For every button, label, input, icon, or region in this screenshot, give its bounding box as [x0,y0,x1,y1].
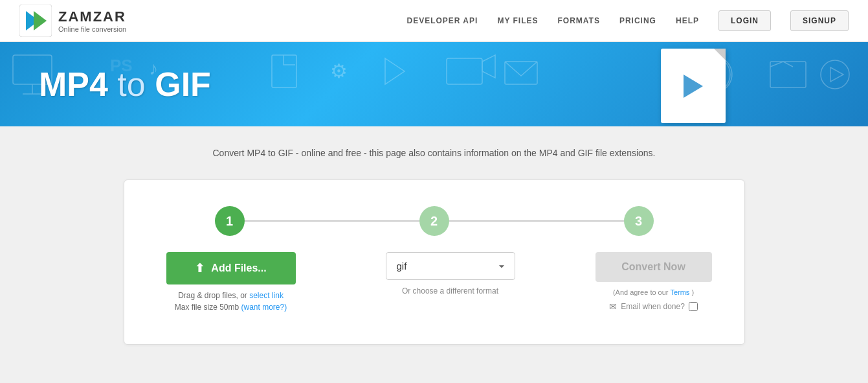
format-hint: Or choose a different format [402,286,498,296]
upload-icon: ⬆ [195,261,205,275]
nav-developer-api[interactable]: DEVELOPER API [406,16,478,25]
logo-text: ZAMZAR Online file conversion [58,8,126,33]
connector-2-3 [449,220,624,222]
step-1-circle: 1 [215,206,245,236]
page-description: Convert MP4 to GIF - online and free - t… [124,146,745,160]
svg-rect-12 [505,62,537,84]
max-size-text: Max file size 50mb (want more?) [175,303,287,312]
main-content: Convert MP4 to GIF - online and free - t… [111,126,758,364]
navbar: ZAMZAR Online file conversion DEVELOPER … [0,0,868,42]
email-row: ✉ Email when done? [609,301,698,312]
svg-rect-9 [447,58,482,84]
step-3-circle: 3 [624,206,654,236]
email-icon: ✉ [609,301,617,312]
brand-tagline: Online file conversion [58,25,126,33]
email-checkbox[interactable] [689,302,698,311]
converter-card: 1 2 3 ⬆ Add Files... Drag & drop files, … [124,180,745,345]
drag-drop-text: Drag & drop files, or select link [178,291,284,300]
banner: ♪ ⚙ PS MP4 to GIF [0,42,868,126]
select-link[interactable]: select link [249,291,284,300]
banner-to: to [108,65,155,103]
banner-title: MP4 to GIF [39,65,211,104]
actions-row: ⬆ Add Files... Drag & drop files, or sel… [150,252,718,312]
email-label: Email when done? [621,302,685,311]
add-files-label: Add Files... [211,262,266,274]
format-select[interactable]: gif mp4 avi mov wmv png jpg [386,252,515,280]
svg-rect-14 [770,62,806,87]
nav-links: DEVELOPER API MY FILES FORMATS PRICING H… [406,10,849,31]
svg-marker-8 [385,58,405,84]
nav-pricing[interactable]: PRICING [619,16,656,25]
step-2-col: gif mp4 avi mov wmv png jpg Or choose a … [312,252,589,296]
terms-link[interactable]: Terms [670,288,689,296]
step-1-col: ⬆ Add Files... Drag & drop files, or sel… [150,252,312,312]
nav-my-files[interactable]: MY FILES [497,16,538,25]
want-more-link[interactable]: (want more?) [241,303,287,312]
connector-1-2 [245,220,419,222]
login-button[interactable]: LOGIN [718,10,771,31]
svg-text:⚙: ⚙ [330,60,348,82]
file-play-icon [684,75,703,98]
step-2-circle: 2 [419,206,449,236]
logo-icon [19,5,52,37]
add-files-button[interactable]: ⬆ Add Files... [166,252,296,284]
step-3-col: Convert Now (And agree to our Terms ) ✉ … [589,252,718,312]
svg-marker-16 [830,67,843,82]
signup-button[interactable]: SIGNUP [790,10,849,31]
format-select-wrap: gif mp4 avi mov wmv png jpg Or choose a … [379,252,522,296]
nav-help[interactable]: HELP [676,16,699,25]
brand-name: ZAMZAR [58,8,126,25]
steps-row: 1 2 3 [150,206,718,236]
convert-now-button[interactable]: Convert Now [595,252,712,282]
banner-mp4: MP4 [39,65,108,103]
banner-file-icon [661,49,726,123]
svg-rect-17 [272,55,296,87]
banner-gif: GIF [155,65,211,103]
nav-formats[interactable]: FORMATS [558,16,600,25]
logo-link[interactable]: ZAMZAR Online file conversion [19,5,126,37]
svg-marker-10 [482,55,495,78]
terms-text: (And agree to our Terms ) [613,288,694,296]
file-preview [661,49,726,123]
svg-point-15 [821,60,849,89]
